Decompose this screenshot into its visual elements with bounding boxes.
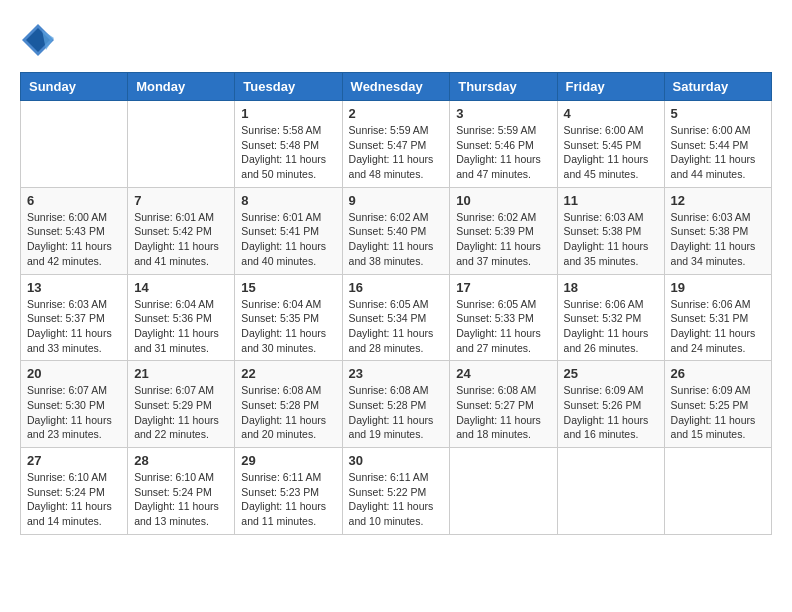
day-number: 25 xyxy=(564,366,658,381)
calendar-table: SundayMondayTuesdayWednesdayThursdayFrid… xyxy=(20,72,772,535)
calendar-day-cell: 6Sunrise: 6:00 AM Sunset: 5:43 PM Daylig… xyxy=(21,187,128,274)
calendar-day-cell xyxy=(557,448,664,535)
calendar-day-header: Tuesday xyxy=(235,73,342,101)
day-info: Sunrise: 6:10 AM Sunset: 5:24 PM Dayligh… xyxy=(27,470,121,529)
day-info: Sunrise: 6:02 AM Sunset: 5:40 PM Dayligh… xyxy=(349,210,444,269)
day-info: Sunrise: 6:08 AM Sunset: 5:28 PM Dayligh… xyxy=(241,383,335,442)
day-info: Sunrise: 6:10 AM Sunset: 5:24 PM Dayligh… xyxy=(134,470,228,529)
day-info: Sunrise: 6:11 AM Sunset: 5:23 PM Dayligh… xyxy=(241,470,335,529)
calendar-day-cell xyxy=(21,101,128,188)
calendar-day-header: Saturday xyxy=(664,73,771,101)
day-info: Sunrise: 6:09 AM Sunset: 5:26 PM Dayligh… xyxy=(564,383,658,442)
day-number: 2 xyxy=(349,106,444,121)
calendar-week-row: 27Sunrise: 6:10 AM Sunset: 5:24 PM Dayli… xyxy=(21,448,772,535)
day-number: 24 xyxy=(456,366,550,381)
calendar-day-cell: 18Sunrise: 6:06 AM Sunset: 5:32 PM Dayli… xyxy=(557,274,664,361)
day-info: Sunrise: 6:01 AM Sunset: 5:41 PM Dayligh… xyxy=(241,210,335,269)
day-number: 22 xyxy=(241,366,335,381)
day-number: 3 xyxy=(456,106,550,121)
day-info: Sunrise: 6:08 AM Sunset: 5:28 PM Dayligh… xyxy=(349,383,444,442)
day-number: 6 xyxy=(27,193,121,208)
day-number: 13 xyxy=(27,280,121,295)
day-number: 7 xyxy=(134,193,228,208)
calendar-day-cell: 2Sunrise: 5:59 AM Sunset: 5:47 PM Daylig… xyxy=(342,101,450,188)
calendar-day-cell: 15Sunrise: 6:04 AM Sunset: 5:35 PM Dayli… xyxy=(235,274,342,361)
calendar-day-cell: 29Sunrise: 6:11 AM Sunset: 5:23 PM Dayli… xyxy=(235,448,342,535)
logo-icon xyxy=(20,20,56,56)
calendar-day-cell: 23Sunrise: 6:08 AM Sunset: 5:28 PM Dayli… xyxy=(342,361,450,448)
calendar-day-cell: 28Sunrise: 6:10 AM Sunset: 5:24 PM Dayli… xyxy=(128,448,235,535)
day-number: 4 xyxy=(564,106,658,121)
day-number: 21 xyxy=(134,366,228,381)
calendar-day-cell: 8Sunrise: 6:01 AM Sunset: 5:41 PM Daylig… xyxy=(235,187,342,274)
calendar-day-header: Friday xyxy=(557,73,664,101)
day-number: 18 xyxy=(564,280,658,295)
day-number: 19 xyxy=(671,280,765,295)
calendar-day-cell: 5Sunrise: 6:00 AM Sunset: 5:44 PM Daylig… xyxy=(664,101,771,188)
day-info: Sunrise: 6:04 AM Sunset: 5:35 PM Dayligh… xyxy=(241,297,335,356)
day-info: Sunrise: 6:11 AM Sunset: 5:22 PM Dayligh… xyxy=(349,470,444,529)
day-number: 8 xyxy=(241,193,335,208)
day-info: Sunrise: 6:03 AM Sunset: 5:38 PM Dayligh… xyxy=(671,210,765,269)
day-number: 14 xyxy=(134,280,228,295)
calendar-day-cell: 14Sunrise: 6:04 AM Sunset: 5:36 PM Dayli… xyxy=(128,274,235,361)
calendar-day-cell: 13Sunrise: 6:03 AM Sunset: 5:37 PM Dayli… xyxy=(21,274,128,361)
day-number: 23 xyxy=(349,366,444,381)
calendar-day-cell: 12Sunrise: 6:03 AM Sunset: 5:38 PM Dayli… xyxy=(664,187,771,274)
day-info: Sunrise: 6:07 AM Sunset: 5:29 PM Dayligh… xyxy=(134,383,228,442)
calendar-header-row: SundayMondayTuesdayWednesdayThursdayFrid… xyxy=(21,73,772,101)
calendar-day-header: Wednesday xyxy=(342,73,450,101)
calendar-week-row: 13Sunrise: 6:03 AM Sunset: 5:37 PM Dayli… xyxy=(21,274,772,361)
day-number: 26 xyxy=(671,366,765,381)
day-info: Sunrise: 6:00 AM Sunset: 5:44 PM Dayligh… xyxy=(671,123,765,182)
calendar-day-cell: 20Sunrise: 6:07 AM Sunset: 5:30 PM Dayli… xyxy=(21,361,128,448)
day-info: Sunrise: 6:07 AM Sunset: 5:30 PM Dayligh… xyxy=(27,383,121,442)
calendar-day-cell xyxy=(450,448,557,535)
calendar-day-cell: 27Sunrise: 6:10 AM Sunset: 5:24 PM Dayli… xyxy=(21,448,128,535)
day-number: 28 xyxy=(134,453,228,468)
logo xyxy=(20,20,60,56)
calendar-week-row: 1Sunrise: 5:58 AM Sunset: 5:48 PM Daylig… xyxy=(21,101,772,188)
calendar-day-cell: 17Sunrise: 6:05 AM Sunset: 5:33 PM Dayli… xyxy=(450,274,557,361)
calendar-day-cell: 7Sunrise: 6:01 AM Sunset: 5:42 PM Daylig… xyxy=(128,187,235,274)
day-number: 5 xyxy=(671,106,765,121)
day-info: Sunrise: 6:01 AM Sunset: 5:42 PM Dayligh… xyxy=(134,210,228,269)
calendar-day-cell: 19Sunrise: 6:06 AM Sunset: 5:31 PM Dayli… xyxy=(664,274,771,361)
calendar-day-cell: 4Sunrise: 6:00 AM Sunset: 5:45 PM Daylig… xyxy=(557,101,664,188)
day-info: Sunrise: 5:59 AM Sunset: 5:46 PM Dayligh… xyxy=(456,123,550,182)
day-info: Sunrise: 5:59 AM Sunset: 5:47 PM Dayligh… xyxy=(349,123,444,182)
calendar-day-cell: 21Sunrise: 6:07 AM Sunset: 5:29 PM Dayli… xyxy=(128,361,235,448)
day-info: Sunrise: 6:05 AM Sunset: 5:34 PM Dayligh… xyxy=(349,297,444,356)
day-info: Sunrise: 6:03 AM Sunset: 5:38 PM Dayligh… xyxy=(564,210,658,269)
day-number: 29 xyxy=(241,453,335,468)
day-number: 1 xyxy=(241,106,335,121)
calendar-week-row: 20Sunrise: 6:07 AM Sunset: 5:30 PM Dayli… xyxy=(21,361,772,448)
day-info: Sunrise: 6:02 AM Sunset: 5:39 PM Dayligh… xyxy=(456,210,550,269)
calendar-day-header: Sunday xyxy=(21,73,128,101)
calendar-day-cell: 10Sunrise: 6:02 AM Sunset: 5:39 PM Dayli… xyxy=(450,187,557,274)
day-info: Sunrise: 6:03 AM Sunset: 5:37 PM Dayligh… xyxy=(27,297,121,356)
calendar-day-cell: 16Sunrise: 6:05 AM Sunset: 5:34 PM Dayli… xyxy=(342,274,450,361)
day-info: Sunrise: 6:06 AM Sunset: 5:32 PM Dayligh… xyxy=(564,297,658,356)
calendar-day-cell: 25Sunrise: 6:09 AM Sunset: 5:26 PM Dayli… xyxy=(557,361,664,448)
calendar-day-cell: 9Sunrise: 6:02 AM Sunset: 5:40 PM Daylig… xyxy=(342,187,450,274)
day-number: 16 xyxy=(349,280,444,295)
day-number: 10 xyxy=(456,193,550,208)
day-info: Sunrise: 5:58 AM Sunset: 5:48 PM Dayligh… xyxy=(241,123,335,182)
day-number: 27 xyxy=(27,453,121,468)
day-info: Sunrise: 6:08 AM Sunset: 5:27 PM Dayligh… xyxy=(456,383,550,442)
calendar-day-cell: 22Sunrise: 6:08 AM Sunset: 5:28 PM Dayli… xyxy=(235,361,342,448)
calendar-day-cell: 11Sunrise: 6:03 AM Sunset: 5:38 PM Dayli… xyxy=(557,187,664,274)
page-header xyxy=(20,20,772,56)
calendar-day-cell: 3Sunrise: 5:59 AM Sunset: 5:46 PM Daylig… xyxy=(450,101,557,188)
day-number: 20 xyxy=(27,366,121,381)
day-info: Sunrise: 6:04 AM Sunset: 5:36 PM Dayligh… xyxy=(134,297,228,356)
day-number: 11 xyxy=(564,193,658,208)
calendar-day-cell: 26Sunrise: 6:09 AM Sunset: 5:25 PM Dayli… xyxy=(664,361,771,448)
day-info: Sunrise: 6:06 AM Sunset: 5:31 PM Dayligh… xyxy=(671,297,765,356)
day-number: 30 xyxy=(349,453,444,468)
day-number: 15 xyxy=(241,280,335,295)
day-info: Sunrise: 6:00 AM Sunset: 5:43 PM Dayligh… xyxy=(27,210,121,269)
calendar-day-cell xyxy=(128,101,235,188)
calendar-day-cell: 1Sunrise: 5:58 AM Sunset: 5:48 PM Daylig… xyxy=(235,101,342,188)
